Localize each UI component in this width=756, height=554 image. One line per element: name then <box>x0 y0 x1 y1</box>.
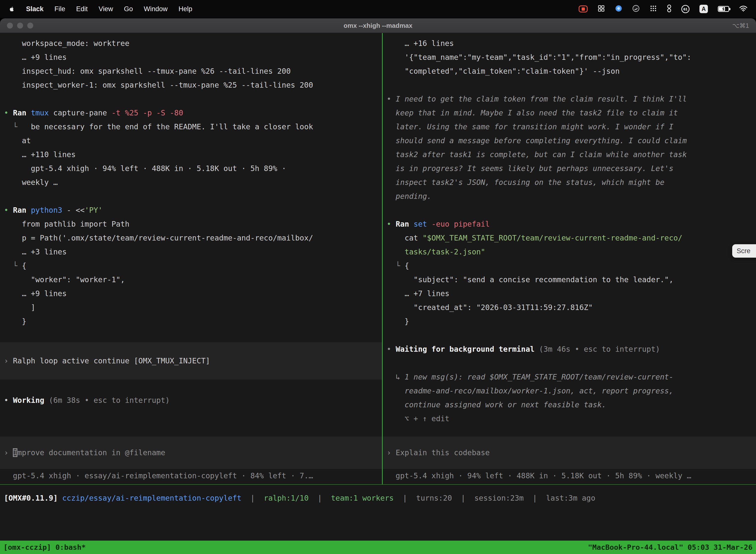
blank-line <box>0 189 382 203</box>
text-segment: inspect_hud: omx sparkshell --tmux-pane … <box>4 67 291 75</box>
terminal-line: gpt-5.4 xhigh · 94% left · 488K in · 5.1… <box>0 162 382 175</box>
text-segment: I need to get the claim token from the c… <box>396 95 687 103</box>
text-segment: gpt-5.4 xhigh · essay/ai-reimplementatio… <box>4 472 313 480</box>
input-source-icon[interactable]: A <box>699 5 708 13</box>
zoom-button[interactable] <box>27 22 33 29</box>
terminal-line: later. Using the same for transition mig… <box>383 120 756 134</box>
blank-line <box>383 203 756 217</box>
tmux-status-bar: [omx-cczip] 0:bash* "MacBook-Pro-44.loca… <box>0 541 756 554</box>
text-segment: "completed","claim_token":"claim-token"}… <box>387 67 620 75</box>
dots-grid-icon[interactable] <box>649 5 657 13</box>
terminal-line: • Waiting for background terminal (3m 46… <box>383 342 756 356</box>
terminal-line: } <box>0 315 382 328</box>
text-segment: • <box>4 108 13 117</box>
dark-app-icon[interactable] <box>632 5 640 13</box>
menu-item-go[interactable]: Go <box>124 5 133 13</box>
wifi-icon[interactable] <box>739 5 748 13</box>
terminal-line: keep that in mind. Maybe I also need the… <box>383 106 756 120</box>
stop-icon <box>582 7 585 11</box>
macos-menu-bar: Slack FileEditViewGoWindowHelp 61 A <box>0 0 756 18</box>
terminal-line: … +110 lines <box>0 148 382 162</box>
menu-item-edit[interactable]: Edit <box>76 5 88 13</box>
text-segment: | <box>241 494 264 502</box>
text-segment: › <box>4 448 13 457</box>
text-segment: team:1 workers <box>331 494 394 502</box>
text-segment: continue assigned work or next feasible … <box>387 400 606 409</box>
prompt-input[interactable]: › Improve documentation in @filename <box>0 437 382 469</box>
window-title-bar[interactable]: omx --xhigh --madmax ⌥⌘1 <box>0 18 756 33</box>
terminal-line: continue assigned work or next feasible … <box>383 398 756 412</box>
terminal-line: is in progress? It seems likely but perh… <box>383 162 756 175</box>
text-segment: Ran <box>13 108 31 117</box>
text-segment: } <box>4 317 26 326</box>
left-terminal-pane[interactable]: workspace_mode: worktree … +9 lines insp… <box>0 33 382 484</box>
battery-percent-badge[interactable]: 61 <box>681 5 690 13</box>
text-segment: gpt-5.4 xhigh · 94% left · 488K in · 5.1… <box>4 164 286 173</box>
text-segment: readme-and-reco/mailbox/worker-1.json, a… <box>387 386 674 395</box>
terminal-line: from pathlib import Path <box>0 217 382 231</box>
text-segment: - << <box>62 206 84 214</box>
text-segment: Ran <box>13 206 31 214</box>
screen-recording-indicator[interactable] <box>579 5 587 12</box>
text-segment: Waiting for background terminal <box>396 345 539 353</box>
menu-item-window[interactable]: Window <box>144 5 168 13</box>
window-grid-icon[interactable] <box>597 5 605 13</box>
pane-status-line: gpt-5.4 xhigh · essay/ai-reimplementatio… <box>0 469 382 483</box>
text-segment: '{"team_name":"my-team","task_id":"1","f… <box>387 53 691 62</box>
terminal-line: workspace_mode: worktree <box>0 37 382 50</box>
text-segment: set <box>414 220 431 228</box>
text-segment: tasks/task-2.json" <box>404 247 485 256</box>
text-segment: | <box>452 494 474 502</box>
tmux-panes: workspace_mode: worktree … +9 lines insp… <box>0 33 756 484</box>
notification-sliver[interactable]: Scre <box>732 244 756 258</box>
active-app-menu[interactable]: Slack <box>26 5 44 13</box>
right-terminal-pane[interactable]: … +16 lines '{"team_name":"my-team","tas… <box>383 33 756 484</box>
close-button[interactable] <box>7 22 13 29</box>
text-segment: at <box>4 136 31 145</box>
blank-line <box>383 356 756 370</box>
menu-item-help[interactable]: Help <box>179 5 192 13</box>
text-segment: python3 <box>31 206 62 214</box>
text-segment: └ <box>4 261 22 270</box>
terminal-line: └ { <box>0 259 382 273</box>
text-segment: • <box>387 95 396 103</box>
text-segment: ralph:1/10 <box>264 494 309 502</box>
terminal-line: inspect_hud: omx sparkshell --tmux-pane … <box>0 64 382 78</box>
blue-app-icon[interactable] <box>615 5 622 13</box>
text-segment: | <box>523 494 546 502</box>
text-segment: (6m 38s • esc to interrupt) <box>49 396 170 404</box>
flex-spacer <box>383 426 756 437</box>
figure-eight-icon[interactable] <box>667 4 672 14</box>
text-segment: } <box>387 317 409 326</box>
menu-bar-status-items: 61 A <box>579 4 748 14</box>
text-segment: session:23m <box>475 494 524 502</box>
inject-banner[interactable]: › Ralph loop active continue [OMX_TMUX_I… <box>0 342 382 380</box>
prompt-input[interactable]: › Explain this codebase <box>383 437 756 469</box>
menu-item-view[interactable]: View <box>99 5 113 13</box>
apple-menu-icon[interactable] <box>8 5 15 13</box>
terminal-line: tasks/task-2.json" <box>383 245 756 259</box>
terminal-line: • Ran python3 - <<'PY' <box>0 203 382 217</box>
terminal-line: "worker": "worker-1", <box>0 273 382 287</box>
window-shortcut-hint: ⌥⌘1 <box>732 22 756 29</box>
terminal-line: ⌥ + ↑ edit <box>383 412 756 426</box>
tmux-host-clock-label: "MacBook-Pro-44.local" 05:03 31-Mar-26 <box>588 543 753 552</box>
pane-status-line: gpt-5.4 xhigh · 94% left · 488K in · 5.1… <box>383 469 756 483</box>
text-segment: tmux <box>31 108 49 117</box>
traffic-light-buttons <box>0 22 33 29</box>
text-segment: { <box>22 261 26 270</box>
terminal-line: inspect_worker-1: omx sparkshell --tmux-… <box>0 78 382 92</box>
menu-item-file[interactable]: File <box>55 5 65 13</box>
blank-line <box>0 328 382 342</box>
terminal-line: } <box>383 315 756 328</box>
battery-charging-icon[interactable] <box>718 6 729 12</box>
text-segment: … +110 lines <box>4 150 76 159</box>
blank-line <box>383 78 756 92</box>
blank-line <box>0 380 382 393</box>
menu-item-list: FileEditViewGoWindowHelp <box>55 5 192 13</box>
terminal-line: … +3 lines <box>0 245 382 259</box>
text-segment: p = Path('.omx/state/team/review-current… <box>4 233 313 242</box>
terminal-line: task2 after task1 is complete, but can I… <box>383 148 756 162</box>
terminal-line: inspect task2's JSON, focusing on the st… <box>383 175 756 189</box>
minimize-button[interactable] <box>17 22 23 29</box>
